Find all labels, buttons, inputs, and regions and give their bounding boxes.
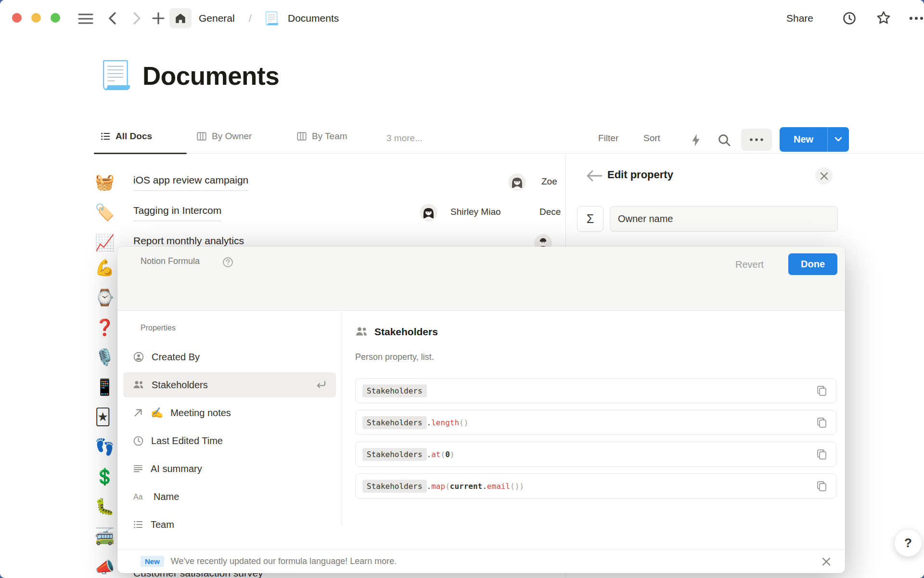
- code-token: ): [450, 450, 455, 459]
- share-button[interactable]: Share: [786, 11, 813, 26]
- automation-bolt-icon[interactable]: [690, 133, 702, 147]
- formula-example-row[interactable]: Stakeholders: [355, 378, 836, 403]
- nav-back-icon[interactable]: [107, 11, 118, 26]
- new-dropdown-chevron-icon[interactable]: [828, 127, 849, 152]
- favorite-star-icon[interactable]: [876, 10, 891, 26]
- updates-clock-icon[interactable]: [842, 11, 857, 26]
- property-name-input[interactable]: [610, 206, 838, 232]
- formula-example-row[interactable]: Stakeholders.at(0): [355, 442, 836, 467]
- formula-example-code: Stakeholders: [362, 384, 427, 397]
- code-token: email: [487, 482, 510, 491]
- property-label: Name: [154, 491, 179, 502]
- panel-close-icon[interactable]: [815, 167, 833, 184]
- property-item-created-by[interactable]: Created By: [123, 344, 336, 369]
- table-row[interactable]: 🏷️Tagging in IntercomShirley MiaoDece: [94, 199, 565, 229]
- property-label: Stakeholders: [152, 380, 208, 391]
- copy-icon[interactable]: [816, 480, 827, 492]
- formula-update-banner: New We've recently updated our formula l…: [117, 549, 845, 573]
- new-button-label[interactable]: New: [780, 127, 828, 152]
- traffic-light-maximize[interactable]: [51, 13, 60, 23]
- property-item-stakeholders[interactable]: Stakeholders: [123, 372, 336, 397]
- avatar: [508, 173, 526, 191]
- tab-by-owner[interactable]: By Owner: [196, 131, 252, 142]
- tab-all-docs[interactable]: All Docs: [100, 131, 152, 142]
- done-button[interactable]: Done: [788, 253, 837, 275]
- nav-forward-icon[interactable]: [131, 11, 142, 26]
- property-item-ai-summary[interactable]: AI summary: [123, 456, 336, 481]
- formula-example-row[interactable]: Stakeholders.map(current.email()): [355, 473, 836, 499]
- notion-window: General / 📃 Documents Share 📃 Documents …: [0, 0, 924, 578]
- row-icon: 🧺: [95, 172, 115, 192]
- page-title[interactable]: Documents: [142, 62, 279, 91]
- row-icon: 🏷️: [95, 203, 115, 222]
- tab-by-team[interactable]: By Team: [296, 131, 347, 142]
- search-icon[interactable]: [717, 133, 732, 147]
- formula-properties-sidebar: Properties Created ByStakeholders✍️Meeti…: [117, 311, 342, 525]
- copy-icon[interactable]: [816, 417, 827, 429]
- views-toolbar: All DocsBy OwnerBy Team 3 more... Filter…: [0, 126, 924, 154]
- list-icon: [100, 131, 111, 142]
- banner-close-icon[interactable]: [822, 557, 831, 566]
- code-token: .: [482, 482, 487, 491]
- code-token: current: [450, 482, 482, 491]
- text-lines-icon: [133, 463, 143, 474]
- traffic-light-minimize[interactable]: [31, 13, 41, 23]
- code-token: length: [431, 418, 459, 427]
- sidebar-toggle-icon[interactable]: [77, 13, 94, 25]
- code-token: Stakeholders: [362, 416, 427, 429]
- new-tab-plus-icon[interactable]: [151, 11, 166, 26]
- table-row-title[interactable]: Tagging in Intercom: [133, 205, 221, 221]
- code-token: Stakeholders: [362, 480, 427, 493]
- row-icon: 👣: [95, 437, 115, 457]
- formula-example-row[interactable]: Stakeholders.length(): [355, 410, 836, 435]
- home-icon[interactable]: [169, 8, 192, 28]
- formula-help-icon[interactable]: [222, 257, 233, 268]
- tab-label: By Owner: [212, 131, 252, 142]
- code-token: .: [427, 482, 432, 491]
- property-item-last-edited-time[interactable]: Last Edited Time: [123, 428, 336, 453]
- detail-description: Person property, list.: [355, 352, 434, 362]
- revert-button[interactable]: Revert: [735, 259, 764, 270]
- help-button[interactable]: ?: [894, 529, 922, 557]
- page-icon[interactable]: 📃: [99, 60, 132, 91]
- breadcrumb-section[interactable]: General: [199, 11, 235, 26]
- row-icon: 📣: [95, 558, 115, 577]
- clock-icon: [133, 435, 144, 447]
- tab-label: All Docs: [116, 131, 152, 142]
- traffic-light-close[interactable]: [12, 13, 22, 23]
- view-options-icon[interactable]: [741, 129, 772, 151]
- board-icon: [296, 131, 307, 142]
- window-more-icon[interactable]: [909, 14, 924, 23]
- property-item-meeting-notes[interactable]: ✍️Meeting notes: [123, 400, 336, 425]
- property-item-team[interactable]: Team: [123, 512, 336, 537]
- code-token: Stakeholders: [362, 448, 427, 461]
- row-icon: ❓: [95, 318, 115, 337]
- code-token: .: [427, 418, 432, 427]
- filter-button[interactable]: Filter: [598, 133, 618, 144]
- svg-text:Aa: Aa: [133, 493, 143, 501]
- property-item-name[interactable]: AaName: [123, 484, 336, 509]
- new-button[interactable]: New: [780, 127, 849, 152]
- panel-title: Edit property: [607, 169, 673, 181]
- banner-message[interactable]: We've recently updated our formula langu…: [171, 556, 397, 566]
- property-type-sigma-icon[interactable]: Σ: [577, 206, 603, 232]
- table-row-title[interactable]: iOS app review campaign: [133, 174, 248, 191]
- code-token: .: [427, 450, 432, 459]
- sort-button[interactable]: Sort: [643, 133, 660, 144]
- panel-back-icon[interactable]: [586, 170, 603, 182]
- breadcrumb-page[interactable]: Documents: [288, 11, 339, 26]
- owner-name: Zoe: [541, 176, 557, 187]
- people-icon: [355, 325, 368, 338]
- formula-input-area[interactable]: Notion Formula Revert Done: [117, 247, 845, 311]
- properties-section-label: Properties: [141, 324, 176, 332]
- row-icon: 🎙️: [95, 348, 115, 367]
- row-icon: 📱: [95, 378, 115, 397]
- property-label: Team: [151, 519, 174, 530]
- more-views-button[interactable]: 3 more...: [386, 133, 423, 144]
- copy-icon[interactable]: [816, 448, 827, 460]
- code-token: map: [431, 482, 445, 491]
- copy-icon[interactable]: [816, 385, 827, 397]
- table-row[interactable]: 🧺iOS app review campaignZoe: [94, 169, 565, 199]
- list-icon-icon: [133, 519, 143, 530]
- row-icon: ⌚: [95, 288, 115, 307]
